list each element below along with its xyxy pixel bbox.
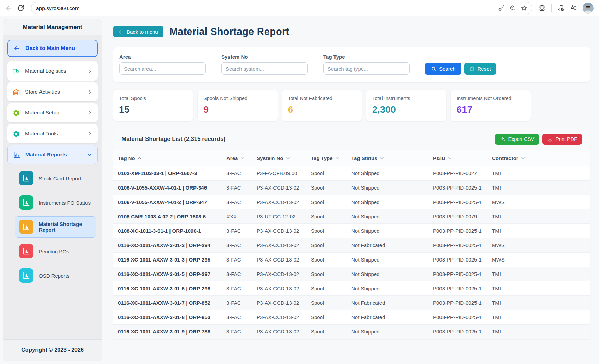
chevron-down-icon	[335, 156, 340, 160]
sidebar-item-instruments-po-status[interactable]: Instruments PO Status	[15, 192, 96, 213]
table-cell: P003-PP-PID-0025-1	[430, 296, 489, 310]
favorites-list-icon[interactable]	[570, 4, 577, 12]
table-cell: Spool	[307, 166, 348, 181]
table-cell: 0102-XM-1103-03-1 | ORP-1607-3	[113, 166, 223, 181]
table-row[interactable]: 0116-XC-1011-AXXW-3-01-8 | ORP-8533-FACP…	[113, 310, 590, 325]
sidebar-item-label: Material Reports	[25, 151, 82, 158]
col-header-tag-no[interactable]: Tag No	[113, 150, 223, 166]
sidebar-item-material-shortage-report[interactable]: Material Shortage Report	[15, 216, 96, 238]
col-header-system-no[interactable]: System No	[253, 150, 307, 166]
sidebar-item-material-reports[interactable]: Material Reports	[7, 145, 98, 164]
sidebar-item-material-logistics[interactable]: Material Logistics	[7, 61, 98, 81]
table-cell: Not Shipped	[348, 181, 430, 195]
bar-chart-icon	[19, 268, 33, 283]
table-header-bar: Material Shortage List (2,315 records) E…	[113, 128, 590, 150]
print-pdf-button[interactable]: Print PDF	[542, 134, 582, 145]
table-cell: Not Fabricated	[348, 310, 430, 325]
sidebar-report-items: Stock Card ReportInstruments PO StatusMa…	[7, 168, 98, 289]
search-button[interactable]: Search	[425, 63, 461, 75]
col-header-contractor[interactable]: Contractor	[489, 150, 590, 166]
sidebar-item-store-activities[interactable]: Store Activities	[7, 82, 98, 101]
reset-button[interactable]: Reset	[464, 63, 496, 75]
truck-icon	[13, 68, 20, 75]
col-header-area[interactable]: Area	[223, 150, 253, 166]
export-csv-button[interactable]: Export CSV	[495, 134, 539, 145]
stat-card-total-instruments: Total Instruments2,300	[366, 90, 446, 121]
chevron-down-icon	[521, 156, 525, 160]
table-row[interactable]: 0116-XC-1011-AXXW-3-01-2 | ORP-2943-FACP…	[113, 238, 590, 253]
table-row[interactable]: 0116-XC-1011-AXXW-3-01-9 | ORP-7883-FACP…	[113, 325, 590, 339]
table-cell: 3-FAC	[223, 195, 253, 209]
sidebar-item-material-setup[interactable]: Material Setup	[7, 103, 98, 122]
stat-label: Spools Not Shipped	[203, 96, 272, 101]
area-input[interactable]	[119, 62, 206, 75]
back-to-menu-button[interactable]: Back to menu	[113, 26, 163, 37]
sort-asc-icon	[138, 156, 142, 160]
table-row[interactable]: 0102-XM-1103-03-1 | ORP-1607-33-FACP3-FA…	[113, 166, 590, 181]
sidebar-item-osd-reports[interactable]: OSD Reports	[15, 265, 96, 286]
filter-label: Tag Type	[323, 54, 410, 60]
table-cell: P003-PP-PID-0025-1	[430, 181, 489, 195]
table-cell: Spool	[307, 325, 348, 339]
table-row[interactable]: 0116-XC-1011-AXXW-3-01-6 | ORP-2983-FACP…	[113, 281, 590, 296]
table-row[interactable]: 0116-XC-1011-AXXW-3-01-5 | ORP-2973-FACP…	[113, 267, 590, 281]
table-row[interactable]: 0108-XC-1011-3-01-1 | ORP-1090-13-FACP3-…	[113, 224, 590, 238]
sidebar-item-label: Pending POs	[39, 248, 69, 254]
browser-reload-icon[interactable]	[17, 4, 25, 12]
table-cell: 3-FAC	[223, 296, 253, 310]
table-cell: Not Fabricated	[348, 238, 430, 253]
table-cell: 3-FAC	[223, 181, 253, 195]
zoom-out-icon[interactable]	[509, 5, 516, 11]
media-control-icon[interactable]	[557, 4, 564, 12]
sidebar-item-pending-pos[interactable]: Pending POs	[15, 241, 96, 262]
download-icon	[500, 136, 505, 142]
back-to-main-menu-button[interactable]: Back to Main Menu	[7, 40, 98, 57]
filter-field-tag-type: Tag Type	[323, 54, 410, 75]
back-to-menu-label: Back to menu	[127, 29, 158, 35]
address-bar[interactable]: app.syros360.com	[31, 2, 532, 14]
table-row[interactable]: 0116-XC-1011-AXXW-3-01-3 | ORP-2953-FACP…	[113, 253, 590, 267]
table-row[interactable]: 0108-CMR-1008-4-02-2 | ORP-1608-6XXXP3-U…	[113, 209, 590, 224]
chevron-down-icon	[240, 156, 245, 160]
col-header-p-id[interactable]: P&ID	[430, 150, 489, 166]
col-header-tag-type[interactable]: Tag Type	[307, 150, 348, 166]
table-cell: Not Shipped	[348, 166, 430, 181]
table-row[interactable]: 0106-V-1055-AXXW-4-01-2 | ORP-3473-FACP3…	[113, 195, 590, 209]
table-cell: P3-AX-CCD-13-02	[253, 181, 307, 195]
table-cell: TMI	[489, 224, 590, 238]
extensions-puzzle-icon[interactable]	[539, 4, 546, 12]
sidebar-item-stock-card-report[interactable]: Stock Card Report	[15, 168, 96, 189]
password-key-icon[interactable]	[498, 5, 505, 11]
table-row[interactable]: 0116-XC-1011-AXXW-3-01-7 | ORP-8523-FACP…	[113, 296, 590, 310]
table-cell: MWS	[489, 253, 590, 267]
table-cell: P3-AX-CCD-13-02	[253, 310, 307, 325]
sidebar-item-label: Material Setup	[25, 110, 82, 116]
table-cell: P3-UT-GC-12-02	[253, 209, 307, 224]
chevron-down-icon	[380, 156, 384, 160]
column-label: Tag Type	[311, 155, 333, 161]
filter-fields: AreaSystem NoTag Type	[119, 54, 410, 75]
system-no-input[interactable]	[221, 62, 308, 75]
table-cell: 3-FAC	[223, 310, 253, 325]
table-cell: 0106-V-1055-AXXW-4-01-2 | ORP-347	[113, 195, 223, 209]
bar-chart-icon	[19, 244, 33, 258]
browser-back-icon[interactable]	[5, 4, 13, 12]
table-cell: P003-PP-PID-0025-1	[430, 195, 489, 209]
back-to-main-menu-label: Back to Main Menu	[25, 45, 75, 51]
table-cell: 0116-XC-1011-AXXW-3-01-6 | ORP-298	[113, 281, 223, 296]
sidebar-panel: Material Management Back to Main Menu Ma…	[3, 19, 102, 361]
app-shell: Material Management Back to Main Menu Ma…	[0, 16, 599, 364]
table-row[interactable]: 0106-V-1055-AXXW-4-01-1 | ORP-3463-FACP3…	[113, 181, 590, 195]
chevron-right-icon	[87, 131, 92, 136]
sidebar-item-label: Instruments PO Status	[39, 200, 91, 206]
bookmark-star-icon[interactable]	[521, 5, 527, 11]
filter-actions: Search Reset	[425, 63, 496, 75]
sidebar-item-material-tools[interactable]: Material Tools	[7, 124, 98, 143]
stat-label: Total Not Fabricated	[288, 96, 356, 101]
chevron-down-icon	[286, 156, 290, 160]
table-cell: 3-FAC	[223, 253, 253, 267]
tag-type-input[interactable]	[323, 62, 410, 75]
table-header-row: Tag NoAreaSystem NoTag TypeTag StatusP&I…	[113, 150, 590, 166]
col-header-tag-status[interactable]: Tag Status	[348, 150, 430, 166]
profile-avatar[interactable]	[583, 3, 594, 14]
